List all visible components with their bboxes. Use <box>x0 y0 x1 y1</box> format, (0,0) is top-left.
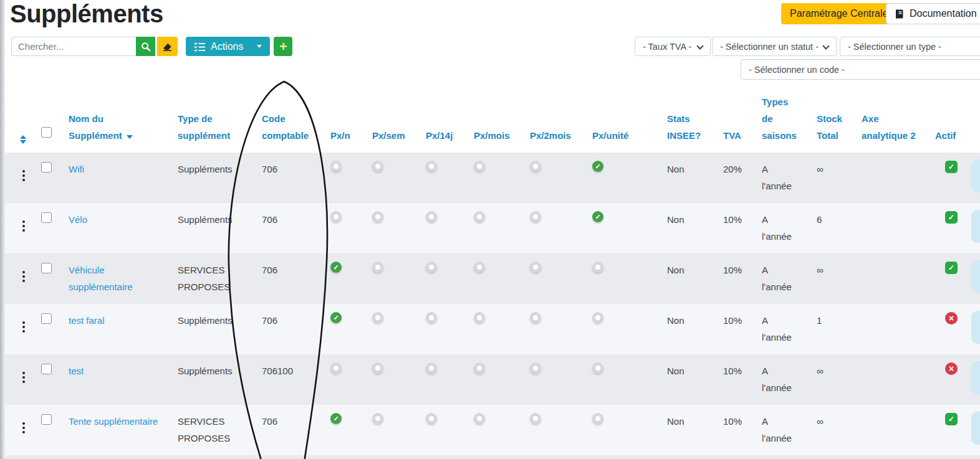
row-menu-kebab-icon[interactable] <box>20 371 27 384</box>
col-type-de-supplement[interactable]: Type de supplément <box>163 87 247 153</box>
supplement-name-link[interactable]: Véhicule supplémentaire <box>69 265 133 292</box>
col-px-sem[interactable]: Px/sem <box>357 87 411 153</box>
row-checkbox[interactable] <box>41 313 52 324</box>
add-supplement-button[interactable]: + <box>274 37 292 56</box>
stats-insee-cell: Non <box>652 253 708 304</box>
actions-label: Actions <box>211 41 243 52</box>
col-px-n[interactable]: Px/n <box>315 87 357 153</box>
row-action-button-partial[interactable] <box>971 412 980 445</box>
axe-analytique-2-cell <box>847 203 920 253</box>
parametrage-centrale-label: Paramétrage Centrale <box>790 8 888 19</box>
filter-taux-tva-value: - Taux TVA - <box>643 42 691 52</box>
tva-cell: 10% <box>708 304 747 354</box>
book-icon <box>894 9 905 19</box>
row-checkbox[interactable] <box>41 263 52 273</box>
row-action-button-partial[interactable] <box>971 311 980 344</box>
px-unite-cell: ✓ <box>577 153 652 203</box>
row-checkbox[interactable] <box>41 414 52 425</box>
search-icon <box>141 42 151 52</box>
search-input[interactable] <box>11 37 136 56</box>
col-px-14j[interactable]: Px/14j <box>411 87 459 153</box>
actif-cell: ✓ <box>920 253 958 304</box>
axe-analytique-2-cell <box>847 153 920 203</box>
row-menu-kebab-icon[interactable] <box>20 219 27 233</box>
table-header-row: Nom du Supplément Type de supplément Cod… <box>5 87 980 153</box>
active-check-icon[interactable]: ✓ <box>945 161 958 173</box>
supplement-type-cell: SERVICES PROPOSES <box>163 253 247 304</box>
active-check-icon[interactable]: ✓ <box>945 211 958 224</box>
row-menu-kebab-icon[interactable] <box>20 169 27 182</box>
row-checkbox[interactable] <box>41 162 52 173</box>
row-menu-kebab-icon[interactable] <box>20 270 27 283</box>
col-nom-du-supplement[interactable]: Nom du Supplément <box>54 87 163 153</box>
px-mois-cell <box>459 354 515 405</box>
row-checkbox[interactable] <box>41 212 52 223</box>
stats-insee-cell: Non <box>652 304 708 354</box>
supplement-name-link[interactable]: Wifi <box>69 164 84 174</box>
plus-icon: + <box>279 40 287 54</box>
filter-taux-tva-select[interactable]: - Taux TVA - <box>635 37 711 56</box>
check-circle-icon: ✓ <box>592 161 603 172</box>
col-px-2mois[interactable]: Px/2mois <box>515 87 577 153</box>
px-sem-cell <box>357 203 411 253</box>
col-sort <box>5 87 26 153</box>
types-de-saisons-cell: A l'année <box>747 405 802 455</box>
row-action-button-partial[interactable] <box>971 361 980 394</box>
px-mois-cell <box>459 203 515 253</box>
filter-code-select[interactable]: - Sélectionner un code - <box>741 59 980 80</box>
documentation-button[interactable]: Documentation <box>886 3 980 24</box>
row-checkbox[interactable] <box>41 364 52 374</box>
active-check-icon[interactable]: ✓ <box>945 262 958 274</box>
clear-search-button[interactable] <box>157 37 178 56</box>
supplements-table: Nom du Supplément Type de supplément Cod… <box>5 87 980 455</box>
px-mois-cell <box>459 253 515 304</box>
types-de-saisons-cell: A l'année <box>747 153 802 203</box>
filter-statut-select[interactable]: - Sélectionner un statut - <box>712 37 837 56</box>
radio-off-icon <box>372 312 383 323</box>
radio-off-icon <box>330 161 342 172</box>
px-n-cell: ✓ <box>315 304 357 354</box>
table-body: Wifi Suppléments 706 ✓ Non 20% A l'année… <box>5 153 980 455</box>
col-stock-total[interactable]: Stock Total <box>802 87 847 153</box>
col-tva[interactable]: TVA <box>708 87 747 153</box>
row-action-button-partial[interactable] <box>971 210 980 243</box>
supplement-type-cell: Suppléments <box>163 354 247 405</box>
radio-off-icon <box>372 413 383 424</box>
filter-type-select[interactable]: - Sélectionner un type - <box>840 37 980 56</box>
search-button[interactable] <box>136 37 155 56</box>
radio-off-icon <box>474 211 485 222</box>
radio-off-icon <box>530 211 541 222</box>
code-comptable-cell: 706100 <box>247 354 315 405</box>
parametrage-centrale-button[interactable]: Paramétrage Centrale <box>781 3 896 24</box>
col-actif[interactable]: Actif <box>920 87 958 153</box>
inactive-cross-icon[interactable]: × <box>945 362 958 375</box>
supplement-name-link[interactable]: Vélo <box>69 214 87 225</box>
inactive-cross-icon[interactable]: × <box>945 312 958 324</box>
active-check-icon[interactable]: ✓ <box>945 413 958 425</box>
chevron-down-icon <box>257 45 262 48</box>
px-unite-cell <box>577 253 652 304</box>
row-menu-kebab-icon[interactable] <box>20 421 27 435</box>
supplement-name-link[interactable]: test faral <box>69 315 105 326</box>
supplement-name-link[interactable]: Tente supplémentaire <box>69 416 158 427</box>
col-axe-analytique-2[interactable]: Axe analytique 2 <box>847 87 920 153</box>
col-px-mois[interactable]: Px/mois <box>459 87 515 153</box>
actions-button[interactable]: Actions <box>186 37 270 56</box>
sort-rows-icon[interactable] <box>20 135 26 144</box>
col-code-comptable[interactable]: Code comptable <box>247 87 315 153</box>
radio-off-icon <box>330 362 342 374</box>
px-unite-cell <box>577 405 652 455</box>
col-stats-insee[interactable]: Stats INSEE? <box>652 87 708 153</box>
px-2mois-cell <box>515 354 577 405</box>
stats-insee-cell: Non <box>652 354 708 405</box>
row-action-button-partial[interactable] <box>971 260 980 293</box>
stock-total-cell: 1 <box>802 304 847 354</box>
row-action-button-partial[interactable] <box>971 159 980 192</box>
col-types-de-saisons[interactable]: Types de saisons <box>747 87 802 153</box>
select-all-checkbox[interactable] <box>41 127 52 138</box>
table-row: test Suppléments 706100 Non 10% A l'anné… <box>5 354 980 405</box>
px-14j-cell <box>411 153 459 203</box>
col-px-unite[interactable]: Px/unité <box>577 87 652 153</box>
supplement-name-link[interactable]: test <box>69 366 84 376</box>
row-menu-kebab-icon[interactable] <box>20 320 27 334</box>
